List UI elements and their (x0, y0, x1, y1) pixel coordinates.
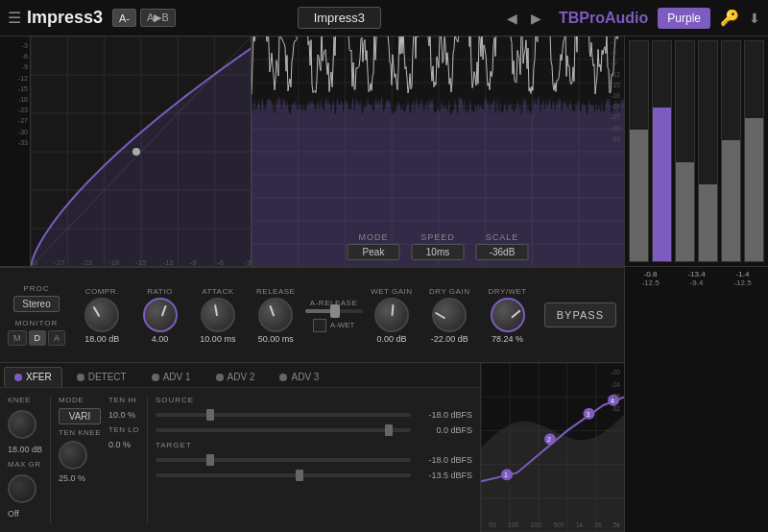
xfer-ten-col: TEN HI 10.0 % TEN LO 0.0 % (108, 396, 139, 524)
tab-detect-dot (77, 374, 84, 381)
curve-panel[interactable]: -20-24-28-32 501002005001k2k5k10k (480, 363, 624, 532)
target-slider-2[interactable]: -13.5 dBFS (156, 471, 472, 480)
release-knob[interactable] (258, 298, 293, 332)
preset-ab-button[interactable]: A▶B (140, 9, 176, 27)
spectrum-display[interactable]: -3-6-9-12-15 -18-23-27-30-33 MODE Peak S… (252, 36, 624, 266)
source-slider-2[interactable]: 0.0 dBFS (156, 425, 472, 435)
arrow-prev-button[interactable]: ◀ (503, 11, 521, 26)
ratio-value: 4.00 (152, 334, 169, 344)
target-label: TARGET (156, 441, 472, 449)
brand-label: TBProAudio (559, 10, 648, 27)
drywet-value: 78.24 % (492, 334, 523, 344)
release-group: RELEASE 50.00 ms (247, 287, 304, 344)
compr-knob[interactable] (84, 298, 119, 332)
compr-label: COMPR. (85, 287, 119, 296)
target-track-2[interactable] (156, 473, 411, 477)
a-wet-checkbox[interactable] (313, 319, 326, 332)
tab-adv1-dot (152, 374, 159, 381)
speed-control: SPEED 10ms (412, 232, 465, 260)
meter-channel-3 (675, 40, 695, 262)
monitor-label: MONITOR (15, 319, 59, 327)
meter-bar-4 (698, 40, 718, 262)
arrow-next-button[interactable]: ▶ (527, 11, 545, 26)
ten-knee-knob[interactable] (59, 441, 87, 470)
source-db1: -18.0 dBFS (415, 410, 472, 420)
maxgr-knob[interactable] (8, 474, 36, 503)
tab-xfer-dot (14, 374, 22, 381)
mode-value-button[interactable]: VARI (59, 408, 101, 424)
key-icon[interactable]: 🔑 (720, 9, 739, 27)
spectrum-grid-labels: -3-6-9-12-15 -18-23-27-30-33 (611, 36, 620, 144)
tab-xfer[interactable]: XFER (4, 367, 62, 387)
maxgr-label: MAX GR (8, 460, 42, 469)
xfer-knee-col: KNEE 18.00 dB MAX GR Off (8, 396, 42, 524)
ratio-group: RATIO 4.00 (131, 287, 188, 344)
wetgain-value: 0.00 dB (376, 334, 406, 344)
wetgain-knob[interactable] (374, 298, 409, 332)
transfer-curve[interactable] (31, 36, 252, 266)
scale-button[interactable]: -36dB (476, 244, 529, 260)
tab-content: KNEE 18.00 dB MAX GR Off MODE VARI TEN K… (0, 388, 480, 532)
meter-channel-1 (629, 40, 649, 262)
meter-bar-2 (652, 40, 672, 262)
drygain-label: DRY GAIN (429, 287, 469, 296)
target-db1: -18.0 dBFS (415, 455, 472, 465)
preset-a-button[interactable]: A- (112, 9, 136, 27)
drygain-knob[interactable] (432, 298, 467, 332)
drywet-knob[interactable] (491, 298, 525, 332)
xfer-divider-1 (50, 396, 51, 524)
ten-lo-value: 0.0 % (108, 440, 139, 449)
ratio-knob[interactable] (143, 298, 178, 332)
theme-button[interactable]: Purple (658, 8, 710, 29)
a-release-slider[interactable] (305, 309, 363, 313)
monitor-m-button[interactable]: M (8, 330, 27, 346)
drygain-group: DRY GAIN -22.00 dB (420, 287, 478, 344)
proc-button[interactable]: Stereo (13, 296, 59, 312)
tab-detect[interactable]: DETECT (66, 367, 137, 387)
menu-icon[interactable]: ☰ (8, 9, 21, 27)
tab-adv2[interactable]: ADV 2 (205, 367, 266, 387)
meter-val-2: -13.4 -9.4 (675, 269, 718, 287)
mode-control: MODE Peak (348, 232, 400, 260)
display-area: -3-6-9-12-15 -18-23-27-30-33 -3-6-9-12-1… (0, 36, 624, 267)
plugin-name: Impress3 (27, 8, 103, 28)
tab-detect-label: DETECT (88, 372, 127, 382)
proc-block: PROC Stereo MONITOR M D A (8, 284, 65, 346)
source-label: SOURCE (156, 396, 472, 404)
gr-meter: -3-6-9-12-15 -18-23-27-30-33 (0, 36, 31, 266)
tab-area: XFER DETECT ADV 1 ADV 2 (0, 363, 480, 532)
source-track-2[interactable] (156, 428, 411, 432)
curve-scale-right: -20-24-28-32 (611, 367, 620, 415)
source-slider-1[interactable]: -18.0 dBFS (156, 410, 472, 420)
drywet-label: DRY/WET (488, 287, 526, 296)
speed-button[interactable]: 10ms (412, 244, 465, 260)
brand-pro: ProAudio (579, 10, 648, 26)
drygain-value: -22.00 dB (431, 334, 468, 344)
monitor-d-button[interactable]: D (29, 330, 47, 346)
knee-knob[interactable] (8, 410, 36, 439)
target-track-1[interactable] (156, 458, 411, 462)
bypass-button[interactable]: BYPASS (544, 302, 616, 327)
meter-channel-4 (698, 40, 718, 262)
tab-adv1-label: ADV 1 (163, 372, 191, 382)
meter-bar-3 (675, 40, 695, 262)
right-meters: -0.8 -12.5 -13.4 -9.4 -1.4 -12.5 (624, 36, 768, 532)
target-slider-1[interactable]: -18.0 dBFS (156, 455, 472, 465)
preset-display: Impress3 (298, 7, 381, 29)
monitor-a-button[interactable]: A (48, 330, 65, 346)
attack-knob[interactable] (201, 298, 235, 332)
a-release-group: A-RELEASE A-WET (304, 299, 362, 332)
ten-knee-label: TEN KNEE (59, 428, 101, 437)
ratio-label: RATIO (147, 287, 172, 296)
meter-bar-1 (629, 40, 649, 262)
ten-hi-value: 10.0 % (108, 410, 139, 420)
download-icon[interactable]: ⬇ (749, 11, 760, 26)
scale-control: SCALE -36dB (476, 232, 529, 260)
tab-adv1[interactable]: ADV 1 (141, 367, 202, 387)
mode-button[interactable]: Peak (348, 244, 400, 260)
source-track-1[interactable] (156, 413, 411, 417)
preset-name-center: Impress3 (181, 7, 497, 29)
meter-channel-2 (652, 40, 672, 262)
tab-adv3[interactable]: ADV 3 (269, 367, 329, 387)
drywet-group: DRY/WET 78.24 % (478, 287, 536, 344)
